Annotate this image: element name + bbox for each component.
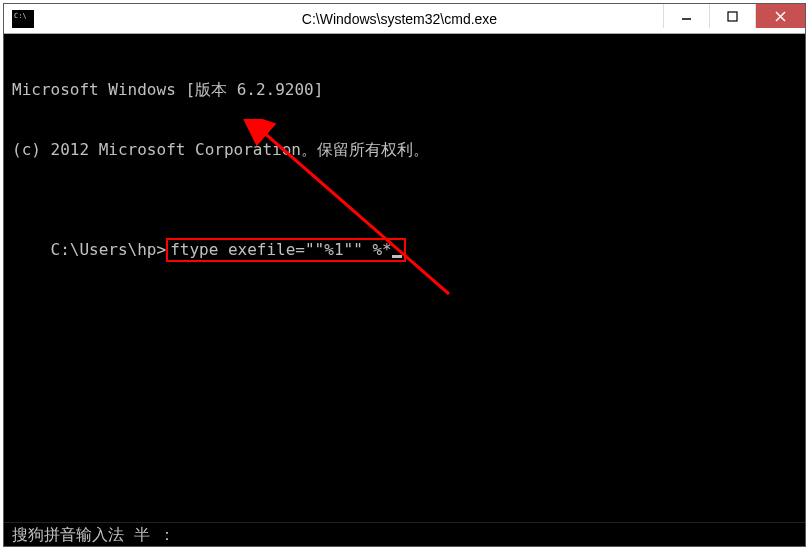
ime-text: 搜狗拼音输入法 半 ： [12, 525, 175, 544]
terminal-blank [12, 200, 797, 220]
minimize-button[interactable] [663, 4, 709, 28]
titlebar[interactable]: C:\Windows\system32\cmd.exe [4, 4, 805, 34]
cmd-icon[interactable] [12, 10, 34, 28]
typed-command: ftype exefile=""%1"" %* [170, 240, 392, 259]
terminal-line-2: (c) 2012 Microsoft Corporation。保留所有权利。 [12, 140, 797, 160]
command-highlight: ftype exefile=""%1"" %* [166, 238, 406, 262]
svg-rect-1 [728, 12, 737, 21]
cursor [392, 255, 402, 258]
maximize-button[interactable] [709, 4, 755, 28]
terminal-area[interactable]: Microsoft Windows [版本 6.2.9200] (c) 2012… [4, 34, 805, 546]
close-button[interactable] [755, 4, 805, 28]
terminal-line-1: Microsoft Windows [版本 6.2.9200] [12, 80, 797, 100]
window-controls [663, 4, 805, 33]
prompt: C:\Users\hp> [51, 240, 167, 259]
ime-status-bar: 搜狗拼音输入法 半 ： [4, 522, 805, 546]
cmd-window: C:\Windows\system32\cmd.exe Microsoft Wi… [3, 3, 806, 547]
